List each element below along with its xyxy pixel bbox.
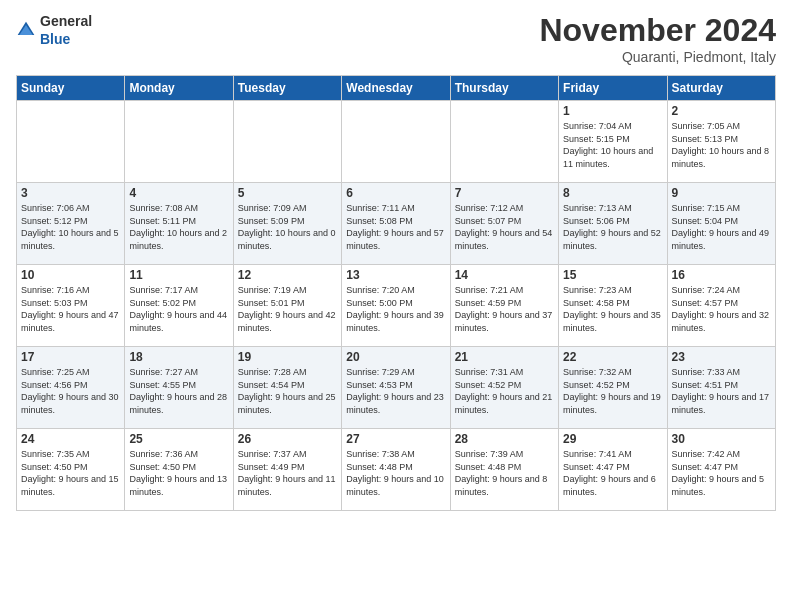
header: General Blue November 2024 Quaranti, Pie… xyxy=(16,12,776,65)
day-info: Sunrise: 7:12 AM Sunset: 5:07 PM Dayligh… xyxy=(455,202,554,252)
day-number: 26 xyxy=(238,432,337,446)
day-number: 23 xyxy=(672,350,771,364)
day-number: 16 xyxy=(672,268,771,282)
day-info: Sunrise: 7:38 AM Sunset: 4:48 PM Dayligh… xyxy=(346,448,445,498)
day-info: Sunrise: 7:19 AM Sunset: 5:01 PM Dayligh… xyxy=(238,284,337,334)
table-row: 26Sunrise: 7:37 AM Sunset: 4:49 PM Dayli… xyxy=(233,429,341,511)
day-info: Sunrise: 7:35 AM Sunset: 4:50 PM Dayligh… xyxy=(21,448,120,498)
day-info: Sunrise: 7:13 AM Sunset: 5:06 PM Dayligh… xyxy=(563,202,662,252)
table-row: 30Sunrise: 7:42 AM Sunset: 4:47 PM Dayli… xyxy=(667,429,775,511)
day-info: Sunrise: 7:21 AM Sunset: 4:59 PM Dayligh… xyxy=(455,284,554,334)
table-row: 2Sunrise: 7:05 AM Sunset: 5:13 PM Daylig… xyxy=(667,101,775,183)
day-info: Sunrise: 7:42 AM Sunset: 4:47 PM Dayligh… xyxy=(672,448,771,498)
day-number: 1 xyxy=(563,104,662,118)
day-info: Sunrise: 7:25 AM Sunset: 4:56 PM Dayligh… xyxy=(21,366,120,416)
day-info: Sunrise: 7:11 AM Sunset: 5:08 PM Dayligh… xyxy=(346,202,445,252)
day-info: Sunrise: 7:08 AM Sunset: 5:11 PM Dayligh… xyxy=(129,202,228,252)
day-number: 4 xyxy=(129,186,228,200)
col-saturday: Saturday xyxy=(667,76,775,101)
table-row: 15Sunrise: 7:23 AM Sunset: 4:58 PM Dayli… xyxy=(559,265,667,347)
day-info: Sunrise: 7:16 AM Sunset: 5:03 PM Dayligh… xyxy=(21,284,120,334)
day-info: Sunrise: 7:09 AM Sunset: 5:09 PM Dayligh… xyxy=(238,202,337,252)
day-number: 6 xyxy=(346,186,445,200)
day-info: Sunrise: 7:20 AM Sunset: 5:00 PM Dayligh… xyxy=(346,284,445,334)
table-row: 18Sunrise: 7:27 AM Sunset: 4:55 PM Dayli… xyxy=(125,347,233,429)
day-info: Sunrise: 7:41 AM Sunset: 4:47 PM Dayligh… xyxy=(563,448,662,498)
day-number: 5 xyxy=(238,186,337,200)
logo-icon xyxy=(16,20,36,40)
calendar-week-2: 3Sunrise: 7:06 AM Sunset: 5:12 PM Daylig… xyxy=(17,183,776,265)
day-number: 30 xyxy=(672,432,771,446)
table-row: 4Sunrise: 7:08 AM Sunset: 5:11 PM Daylig… xyxy=(125,183,233,265)
day-info: Sunrise: 7:36 AM Sunset: 4:50 PM Dayligh… xyxy=(129,448,228,498)
day-number: 18 xyxy=(129,350,228,364)
calendar-table: Sunday Monday Tuesday Wednesday Thursday… xyxy=(16,75,776,511)
day-info: Sunrise: 7:27 AM Sunset: 4:55 PM Dayligh… xyxy=(129,366,228,416)
table-row xyxy=(233,101,341,183)
table-row: 6Sunrise: 7:11 AM Sunset: 5:08 PM Daylig… xyxy=(342,183,450,265)
day-info: Sunrise: 7:06 AM Sunset: 5:12 PM Dayligh… xyxy=(21,202,120,252)
day-number: 22 xyxy=(563,350,662,364)
table-row: 23Sunrise: 7:33 AM Sunset: 4:51 PM Dayli… xyxy=(667,347,775,429)
day-info: Sunrise: 7:31 AM Sunset: 4:52 PM Dayligh… xyxy=(455,366,554,416)
table-row: 3Sunrise: 7:06 AM Sunset: 5:12 PM Daylig… xyxy=(17,183,125,265)
day-info: Sunrise: 7:04 AM Sunset: 5:15 PM Dayligh… xyxy=(563,120,662,170)
table-row: 25Sunrise: 7:36 AM Sunset: 4:50 PM Dayli… xyxy=(125,429,233,511)
table-row: 1Sunrise: 7:04 AM Sunset: 5:15 PM Daylig… xyxy=(559,101,667,183)
day-number: 20 xyxy=(346,350,445,364)
table-row: 13Sunrise: 7:20 AM Sunset: 5:00 PM Dayli… xyxy=(342,265,450,347)
day-number: 27 xyxy=(346,432,445,446)
table-row: 16Sunrise: 7:24 AM Sunset: 4:57 PM Dayli… xyxy=(667,265,775,347)
day-number: 29 xyxy=(563,432,662,446)
day-info: Sunrise: 7:17 AM Sunset: 5:02 PM Dayligh… xyxy=(129,284,228,334)
day-number: 2 xyxy=(672,104,771,118)
table-row: 9Sunrise: 7:15 AM Sunset: 5:04 PM Daylig… xyxy=(667,183,775,265)
day-info: Sunrise: 7:15 AM Sunset: 5:04 PM Dayligh… xyxy=(672,202,771,252)
day-info: Sunrise: 7:37 AM Sunset: 4:49 PM Dayligh… xyxy=(238,448,337,498)
col-tuesday: Tuesday xyxy=(233,76,341,101)
table-row: 29Sunrise: 7:41 AM Sunset: 4:47 PM Dayli… xyxy=(559,429,667,511)
table-row: 17Sunrise: 7:25 AM Sunset: 4:56 PM Dayli… xyxy=(17,347,125,429)
table-row: 5Sunrise: 7:09 AM Sunset: 5:09 PM Daylig… xyxy=(233,183,341,265)
col-sunday: Sunday xyxy=(17,76,125,101)
day-number: 9 xyxy=(672,186,771,200)
day-info: Sunrise: 7:33 AM Sunset: 4:51 PM Dayligh… xyxy=(672,366,771,416)
col-monday: Monday xyxy=(125,76,233,101)
table-row: 24Sunrise: 7:35 AM Sunset: 4:50 PM Dayli… xyxy=(17,429,125,511)
table-row: 14Sunrise: 7:21 AM Sunset: 4:59 PM Dayli… xyxy=(450,265,558,347)
table-row: 10Sunrise: 7:16 AM Sunset: 5:03 PM Dayli… xyxy=(17,265,125,347)
calendar-week-5: 24Sunrise: 7:35 AM Sunset: 4:50 PM Dayli… xyxy=(17,429,776,511)
table-row: 21Sunrise: 7:31 AM Sunset: 4:52 PM Dayli… xyxy=(450,347,558,429)
day-info: Sunrise: 7:28 AM Sunset: 4:54 PM Dayligh… xyxy=(238,366,337,416)
calendar-week-3: 10Sunrise: 7:16 AM Sunset: 5:03 PM Dayli… xyxy=(17,265,776,347)
day-number: 11 xyxy=(129,268,228,282)
table-row: 22Sunrise: 7:32 AM Sunset: 4:52 PM Dayli… xyxy=(559,347,667,429)
day-info: Sunrise: 7:29 AM Sunset: 4:53 PM Dayligh… xyxy=(346,366,445,416)
day-number: 15 xyxy=(563,268,662,282)
day-number: 12 xyxy=(238,268,337,282)
day-number: 3 xyxy=(21,186,120,200)
day-info: Sunrise: 7:23 AM Sunset: 4:58 PM Dayligh… xyxy=(563,284,662,334)
day-number: 28 xyxy=(455,432,554,446)
col-wednesday: Wednesday xyxy=(342,76,450,101)
day-number: 25 xyxy=(129,432,228,446)
calendar-week-1: 1Sunrise: 7:04 AM Sunset: 5:15 PM Daylig… xyxy=(17,101,776,183)
table-row: 7Sunrise: 7:12 AM Sunset: 5:07 PM Daylig… xyxy=(450,183,558,265)
table-row xyxy=(17,101,125,183)
day-number: 24 xyxy=(21,432,120,446)
logo: General Blue xyxy=(16,12,92,48)
col-thursday: Thursday xyxy=(450,76,558,101)
location-subtitle: Quaranti, Piedmont, Italy xyxy=(539,49,776,65)
day-number: 21 xyxy=(455,350,554,364)
table-row: 27Sunrise: 7:38 AM Sunset: 4:48 PM Dayli… xyxy=(342,429,450,511)
logo-blue-text: Blue xyxy=(40,31,70,47)
month-title: November 2024 xyxy=(539,12,776,49)
table-row xyxy=(342,101,450,183)
table-row xyxy=(450,101,558,183)
table-row: 28Sunrise: 7:39 AM Sunset: 4:48 PM Dayli… xyxy=(450,429,558,511)
table-row: 12Sunrise: 7:19 AM Sunset: 5:01 PM Dayli… xyxy=(233,265,341,347)
table-row xyxy=(125,101,233,183)
title-block: November 2024 Quaranti, Piedmont, Italy xyxy=(539,12,776,65)
day-number: 14 xyxy=(455,268,554,282)
table-row: 20Sunrise: 7:29 AM Sunset: 4:53 PM Dayli… xyxy=(342,347,450,429)
